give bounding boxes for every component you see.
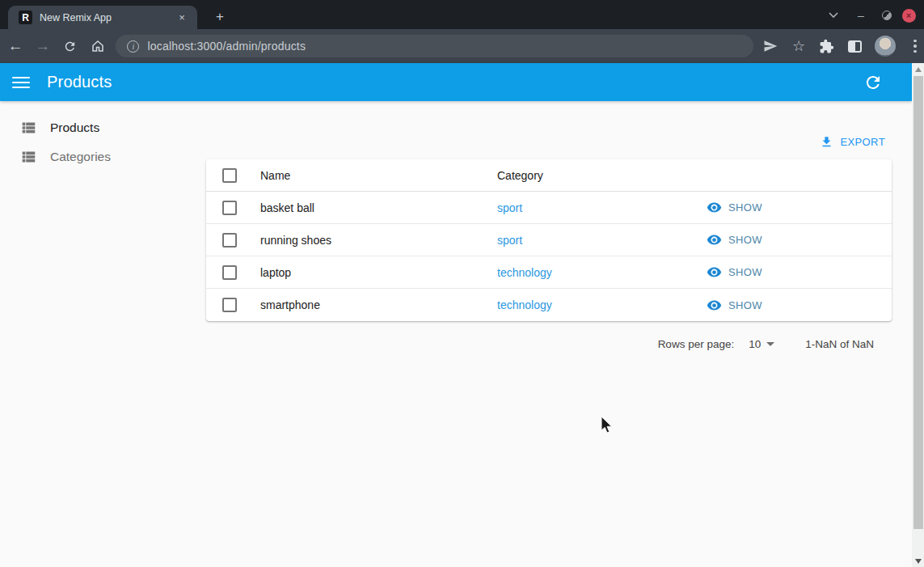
show-button[interactable]: SHOW xyxy=(702,229,767,251)
show-label: SHOW xyxy=(728,201,762,214)
browser-menu-icon[interactable] xyxy=(906,37,924,55)
window-restore-button[interactable] xyxy=(880,8,894,23)
show-button[interactable]: SHOW xyxy=(702,261,767,283)
extensions-puzzle-icon[interactable] xyxy=(818,37,836,55)
toolbar-right-icons: ☆ xyxy=(762,36,924,57)
row-checkbox[interactable] xyxy=(222,201,237,215)
show-button[interactable]: SHOW xyxy=(702,294,767,316)
select-all-checkbox[interactable] xyxy=(222,168,237,183)
rows-per-page-label: Rows per page: xyxy=(658,338,735,350)
back-icon[interactable]: ← xyxy=(3,34,27,58)
sidebar: Products Categories xyxy=(0,113,206,171)
scroll-down-icon[interactable] xyxy=(912,555,924,567)
url-bar[interactable]: i localhost:3000/admin/products xyxy=(116,35,753,57)
home-icon[interactable] xyxy=(86,34,110,58)
tab-title: New Remix App xyxy=(40,12,175,23)
forward-icon[interactable]: → xyxy=(31,34,55,58)
tab-close-icon[interactable]: × xyxy=(175,11,189,25)
refresh-icon[interactable] xyxy=(863,73,883,92)
eye-icon xyxy=(707,200,722,215)
row-checkbox[interactable] xyxy=(222,265,237,280)
eye-icon xyxy=(707,298,722,313)
datagrid-card: Name Category basket ball sport SHOW run… xyxy=(206,159,892,321)
view-list-icon xyxy=(19,119,37,137)
sidebar-item-label: Categories xyxy=(50,150,111,164)
export-button[interactable]: EXPORT xyxy=(813,130,892,154)
row-checkbox[interactable] xyxy=(222,233,237,248)
side-panel-icon[interactable] xyxy=(846,37,864,55)
rows-per-page-select[interactable]: 10 xyxy=(749,338,774,350)
scroll-up-icon[interactable] xyxy=(912,63,924,75)
table-header-row: Name Category xyxy=(206,159,892,192)
table-row[interactable]: smartphone technology SHOW xyxy=(206,289,892,321)
category-link[interactable]: technology xyxy=(497,298,552,311)
export-label: EXPORT xyxy=(840,136,885,148)
remix-favicon-icon: R xyxy=(19,11,32,24)
show-label: SHOW xyxy=(728,266,762,278)
url-text: localhost:3000/admin/products xyxy=(147,40,306,53)
browser-toolbar: ← → i localhost:3000/admin/products ☆ xyxy=(0,29,924,63)
scrollbar[interactable] xyxy=(912,63,924,567)
page-title: Products xyxy=(47,73,112,91)
show-label: SHOW xyxy=(728,299,762,311)
rows-per-page-value: 10 xyxy=(749,338,761,350)
app-bar: Products xyxy=(0,63,912,101)
table-row[interactable]: basket ball sport SHOW xyxy=(206,192,892,224)
scrollbar-thumb[interactable] xyxy=(913,76,923,529)
category-link[interactable]: technology xyxy=(497,266,552,279)
window-minimize-button[interactable]: – xyxy=(854,8,868,23)
category-link[interactable]: sport xyxy=(497,201,522,214)
browser-tab[interactable]: R New Remix App × xyxy=(8,6,197,29)
pagination-bar: Rows per page: 10 1-NaN of NaN xyxy=(206,328,892,360)
show-button[interactable]: SHOW xyxy=(702,197,767,218)
table-row[interactable]: running shoes sport SHOW xyxy=(206,224,892,256)
list-actions-toolbar: EXPORT xyxy=(206,113,892,146)
sidebar-item-categories[interactable]: Categories xyxy=(0,142,206,171)
hamburger-menu-icon[interactable] xyxy=(12,71,35,94)
eye-icon xyxy=(707,232,722,248)
reload-icon[interactable] xyxy=(58,34,82,58)
category-link[interactable]: sport xyxy=(497,234,522,247)
cell-name: basket ball xyxy=(260,201,497,214)
send-icon[interactable] xyxy=(762,37,779,55)
browser-titlebar: R New Remix App × + – × xyxy=(0,0,924,29)
show-label: SHOW xyxy=(728,234,762,246)
column-header-name[interactable]: Name xyxy=(260,169,497,182)
cell-name: running shoes xyxy=(260,234,497,247)
sidebar-item-products[interactable]: Products xyxy=(0,113,206,142)
profile-avatar[interactable] xyxy=(875,36,896,57)
cell-name: laptop xyxy=(260,266,497,279)
view-list-icon xyxy=(19,148,37,166)
chevron-down-icon xyxy=(766,342,774,346)
window-close-button[interactable]: × xyxy=(901,8,916,23)
page-viewport: Products Products Categories EXPORT Name… xyxy=(0,63,912,567)
pagination-range: 1-NaN of NaN xyxy=(805,338,874,350)
download-icon xyxy=(820,135,833,149)
sidebar-item-label: Products xyxy=(50,121,99,135)
tab-search-chevron-icon[interactable] xyxy=(826,8,841,23)
table-row[interactable]: laptop technology SHOW xyxy=(206,256,892,289)
column-header-category[interactable]: Category xyxy=(497,169,692,182)
site-info-icon[interactable]: i xyxy=(127,40,139,53)
new-tab-button[interactable]: + xyxy=(210,8,230,28)
restore-icon xyxy=(882,11,892,20)
eye-icon xyxy=(707,264,722,280)
cell-name: smartphone xyxy=(260,298,497,311)
bookmark-star-icon[interactable]: ☆ xyxy=(790,37,808,55)
close-icon: × xyxy=(902,9,916,23)
row-checkbox[interactable] xyxy=(222,298,237,312)
